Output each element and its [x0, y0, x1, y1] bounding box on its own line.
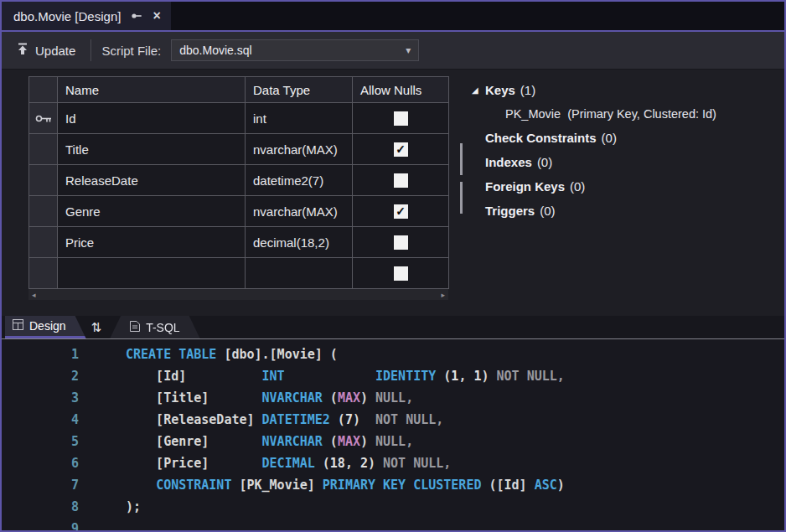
script-file-dropdown[interactable]: dbo.Movie.sql ▾: [171, 39, 419, 61]
tsql-tab-label: T-SQL: [146, 321, 179, 334]
data-type-cell[interactable]: [246, 258, 353, 289]
data-type-cell[interactable]: nvarchar(MAX): [246, 196, 353, 227]
horizontal-scrollbar[interactable]: ◂ ▸: [28, 289, 448, 300]
allow-nulls-column-header[interactable]: Allow Nulls: [353, 77, 449, 103]
tree-category[interactable]: ◢ Keys (1): [472, 78, 716, 102]
allow-nulls-cell[interactable]: [353, 258, 449, 289]
row-selector[interactable]: [29, 227, 58, 258]
code-text: [ReleaseDate] DATETIME2 (7) NOT NULL,: [126, 409, 443, 431]
column-name-cell[interactable]: [58, 258, 246, 289]
close-icon[interactable]: ×: [153, 9, 160, 23]
pane-splitter[interactable]: [457, 76, 465, 316]
data-type-cell[interactable]: int: [246, 103, 353, 134]
tree-category[interactable]: Indexes (0): [472, 150, 716, 174]
allow-nulls-checkbox[interactable]: [394, 266, 408, 281]
row-selector[interactable]: [29, 258, 58, 289]
code-line: 3 [Title] NVARCHAR (MAX) NULL,: [2, 387, 784, 409]
table-row[interactable]: Title nvarchar(MAX) ✓: [29, 134, 449, 165]
data-type-column-header[interactable]: Data Type: [246, 77, 353, 103]
code-text: );: [126, 496, 141, 518]
code-line: 7 CONSTRAINT [PK_Movie] PRIMARY KEY CLUS…: [2, 474, 784, 496]
column-grid-body: Id int Title nvarchar(MAX) ✓: [29, 103, 449, 289]
update-button[interactable]: Update: [12, 39, 80, 61]
splitter-grip: [460, 143, 463, 175]
allow-nulls-cell[interactable]: [353, 165, 449, 196]
tree-category[interactable]: Check Constraints (0): [472, 126, 716, 150]
table-row[interactable]: ReleaseDate datetime2(7): [29, 165, 449, 196]
code-line: 8 );: [2, 496, 784, 518]
document-tab-title: dbo.Movie [Design]: [13, 9, 121, 23]
code-text: CREATE TABLE [dbo].[Movie] (: [126, 343, 338, 365]
tab-tsql[interactable]: T-SQL: [110, 316, 199, 338]
row-selector[interactable]: [29, 165, 58, 196]
constraints-tree: ◢ Keys (1) PK_Movie (Primary Key, Cluste…: [472, 76, 716, 316]
designer-toolbar: Update Script File: dbo.Movie.sql ▾: [2, 32, 784, 70]
table-row[interactable]: Genre nvarchar(MAX) ✓: [29, 196, 449, 227]
tree-category-label: Indexes: [485, 155, 532, 169]
tab-design[interactable]: Design: [5, 316, 86, 338]
tree-category-count: (0): [537, 155, 552, 169]
allow-nulls-checkbox[interactable]: [394, 111, 408, 126]
allow-nulls-checkbox[interactable]: ✓: [394, 204, 408, 219]
data-type-cell[interactable]: nvarchar(MAX): [246, 134, 353, 165]
script-file-label: Script File:: [101, 44, 161, 58]
swap-panes-button[interactable]: ⇅: [91, 316, 102, 338]
column-grid: Name Data Type Allow Nulls Id int: [28, 76, 449, 300]
row-selector[interactable]: [29, 103, 58, 134]
tree-category[interactable]: Triggers (0): [472, 199, 716, 223]
code-text: [Id] INT IDENTITY (1, 1) NOT NULL,: [126, 365, 565, 387]
row-selector[interactable]: [29, 134, 58, 165]
allow-nulls-checkbox[interactable]: [394, 235, 408, 250]
line-number: 4: [2, 409, 79, 431]
line-number: 5: [2, 431, 79, 452]
column-name-cell[interactable]: Price: [58, 227, 246, 258]
tsql-editor[interactable]: 1 CREATE TABLE [dbo].[Movie] ( 2 [Id] IN…: [2, 339, 784, 530]
allow-nulls-checkbox[interactable]: [394, 173, 408, 188]
allow-nulls-cell[interactable]: ✓: [353, 134, 449, 165]
scroll-left-icon[interactable]: ◂: [32, 291, 36, 299]
tree-category-count: (0): [602, 131, 617, 145]
swap-panes-icon: ⇅: [91, 320, 102, 335]
pin-icon[interactable]: [131, 10, 142, 22]
tree-category-count: (0): [540, 204, 555, 218]
expander-icon[interactable]: ◢: [472, 85, 485, 95]
allow-nulls-cell[interactable]: ✓: [353, 196, 449, 227]
line-number: 2: [2, 365, 79, 387]
code-line: 9: [2, 518, 784, 530]
table-designer-window: dbo.Movie [Design] × Update Script File:: [0, 0, 786, 532]
tree-category-label: Triggers: [485, 204, 535, 218]
code-text: CONSTRAINT [PK_Movie] PRIMARY KEY CLUSTE…: [126, 474, 565, 496]
data-type-cell[interactable]: decimal(18,2): [246, 227, 353, 258]
update-icon: [17, 43, 28, 58]
allow-nulls-checkbox[interactable]: ✓: [394, 142, 408, 157]
name-column-header[interactable]: Name: [58, 77, 246, 103]
grid-header-row: Name Data Type Allow Nulls: [29, 77, 449, 103]
line-number: 3: [2, 387, 79, 409]
line-number: 6: [2, 452, 79, 474]
design-tab-label: Design: [29, 319, 66, 333]
table-row[interactable]: Price decimal(18,2): [29, 227, 449, 258]
select-all-header-cell[interactable]: [29, 77, 58, 103]
table-row[interactable]: [29, 258, 449, 289]
table-row[interactable]: Id int: [29, 103, 449, 134]
chevron-down-icon: ▾: [406, 44, 411, 56]
data-type-cell[interactable]: datetime2(7): [246, 165, 353, 196]
allow-nulls-cell[interactable]: [353, 103, 449, 134]
code-line: 6 [Price] DECIMAL (18, 2) NOT NULL,: [2, 452, 784, 474]
allow-nulls-cell[interactable]: [353, 227, 449, 258]
column-name-cell[interactable]: Id: [58, 103, 246, 134]
document-tab[interactable]: dbo.Movie [Design] ×: [2, 2, 171, 30]
tree-item[interactable]: PK_Movie (Primary Key, Clustered: Id): [472, 102, 716, 126]
code-line: 1 CREATE TABLE [dbo].[Movie] (: [2, 343, 784, 365]
designer-surface: Name Data Type Allow Nulls Id int: [2, 70, 784, 316]
splitter-grip: [460, 182, 463, 214]
row-selector[interactable]: [29, 196, 58, 227]
column-name-cell[interactable]: Genre: [58, 196, 246, 227]
column-name-cell[interactable]: Title: [58, 134, 246, 165]
column-name-cell[interactable]: ReleaseDate: [58, 165, 246, 196]
tree-category-label: Foreign Keys: [485, 179, 565, 194]
tree-category[interactable]: Foreign Keys (0): [472, 174, 716, 199]
script-file-value: dbo.Movie.sql: [179, 44, 251, 57]
tree-category-count: (0): [570, 179, 585, 194]
scroll-right-icon[interactable]: ▸: [441, 291, 445, 299]
